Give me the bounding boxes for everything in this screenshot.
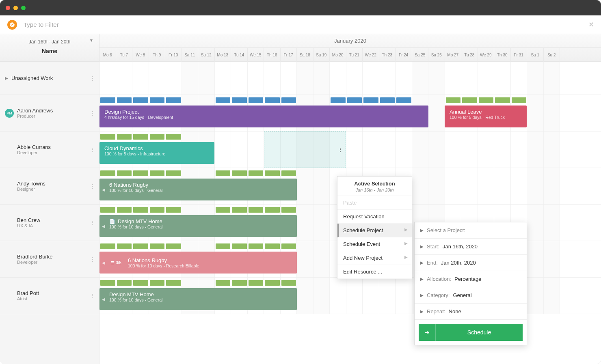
task-bar-design-project[interactable]: Design Project 4 hrs/day for 15 days - D… <box>99 106 428 127</box>
caret-icon: ▶ <box>420 293 424 297</box>
day-header-cell: Fr 10 <box>165 48 182 62</box>
task-bar-cloud-dynamics[interactable]: Cloud Dynamics 100 % for 5 days - Infras… <box>99 142 214 164</box>
close-button[interactable] <box>6 6 10 10</box>
bar-title: Design MTV Home <box>109 291 292 297</box>
checklist-pill: ☰ 0/5 <box>109 260 123 265</box>
day-header-cell: Mo 6 <box>99 48 116 62</box>
bar-subtitle: 100 % for 10 days - Research Billable <box>128 263 199 268</box>
pill-text: 0/5 <box>116 261 121 265</box>
ctx-paste[interactable]: Paste <box>337 196 412 210</box>
ctx-schedule-project[interactable]: Schedule Project▶ <box>337 224 412 237</box>
row-menu-icon[interactable]: ⋮ <box>90 75 95 82</box>
sp-category[interactable]: ▶Category:General <box>415 287 527 304</box>
selection-box[interactable]: ⋮ <box>264 131 346 168</box>
close-filter-icon[interactable]: × <box>589 20 594 29</box>
task-bar-annual-leave[interactable]: Annual Leave 100 % for 5 days - Red Truc… <box>445 106 527 127</box>
resource-role: Developer <box>17 150 51 155</box>
filter-input[interactable] <box>24 21 582 28</box>
more-icon[interactable]: ⋮ <box>337 146 343 153</box>
avatar-badge: PM <box>5 109 14 118</box>
sp-label: Repeat: <box>427 308 445 314</box>
resource-role: Designer <box>17 187 45 192</box>
availability-strip <box>99 134 601 140</box>
row-menu-icon[interactable]: ⋮ <box>90 146 95 153</box>
ctx-subtitle-text: Jan 16th - Jan 20th <box>342 187 407 192</box>
ctx-edit-resource[interactable]: Edit Resource ... <box>337 265 412 279</box>
row-menu-icon[interactable]: ⋮ <box>90 220 95 226</box>
row-menu-icon[interactable]: ⋮ <box>90 110 95 116</box>
sp-label: Select a Project: <box>427 227 465 233</box>
day-header-cell: Tu 14 <box>231 48 248 62</box>
bar-title: 6 Nations Rugby <box>109 182 292 188</box>
task-bar-6nations[interactable]: ◀ 6 Nations Rugby 100 % for 10 days - Ge… <box>99 179 297 200</box>
resource-name: Brad Pott <box>17 290 39 296</box>
timeline-row-unassigned[interactable] <box>99 62 601 95</box>
bar-start-caret-icon: ◀ <box>102 297 105 302</box>
day-header-cell: Sa 11 <box>182 48 199 62</box>
sp-end[interactable]: ▶End:Jan 20th, 2020 <box>415 255 527 271</box>
day-header-cell: Su 12 <box>198 48 215 62</box>
minimize-button[interactable] <box>13 6 18 10</box>
caret-icon: ▶ <box>420 228 424 233</box>
resource-abbie[interactable]: Abbie Currans Developer ⋮ <box>0 131 99 168</box>
resource-aaron[interactable]: PM Aaron Andrews Producer ⋮ <box>0 95 99 131</box>
task-bar-mtv-home-2[interactable]: ◀ Design MTV Home 100 % for 10 days - Ge… <box>99 288 297 310</box>
day-header-cell: Fr 24 <box>396 48 412 62</box>
sp-start[interactable]: ▶Start:Jan 16th, 2020 <box>415 239 527 255</box>
resource-brad[interactable]: Brad Pott Atrist ⋮ <box>0 278 99 314</box>
left-header: Jan 16th - Jan 20th ▼ Name <box>0 34 99 62</box>
day-header-cell: Mo 20 <box>330 48 346 62</box>
ctx-item-label: Schedule Project <box>343 227 383 233</box>
day-header-cell: Th 16 <box>264 48 281 62</box>
sp-allocation[interactable]: ▶Allocation:Percentage <box>415 271 527 287</box>
day-header-cell: Tu 7 <box>116 48 133 62</box>
timeline-row-aaron[interactable]: Design Project 4 hrs/day for 15 days - D… <box>99 95 601 131</box>
bar-subtitle: 100 % for 10 days - General <box>109 188 292 193</box>
bar-subtitle: 4 hrs/day for 15 days - Development <box>104 115 424 120</box>
ctx-schedule-event[interactable]: Schedule Event▶ <box>337 237 412 251</box>
schedule-side-panel: ▶Select a Project: ▶Start:Jan 16th, 2020… <box>414 222 527 345</box>
row-menu-icon[interactable]: ⋮ <box>90 183 95 190</box>
sp-repeat[interactable]: ▶Repeat:None <box>415 304 527 320</box>
day-header-cell: Sa 25 <box>412 48 429 62</box>
schedule-button[interactable]: ➔ Schedule <box>419 324 523 341</box>
ctx-request-vacation[interactable]: Request Vacation <box>337 210 412 224</box>
bar-start-caret-icon: ◀ <box>102 261 105 265</box>
name-column-header: Name <box>5 45 94 54</box>
maximize-button[interactable] <box>21 6 26 10</box>
sp-value: General <box>453 292 471 298</box>
month-label: January 2020 <box>99 34 601 48</box>
resource-ben[interactable]: Ben Crew UX & IA ⋮ <box>0 205 99 241</box>
day-header-cell: We 15 <box>248 48 264 62</box>
arrow-icon: ➔ <box>419 324 436 341</box>
app-window: × Jan 16th - Jan 20th ▼ Name ▶ Unassigne… <box>0 0 601 364</box>
resource-name: Aaron Andrews <box>17 108 53 114</box>
expand-icon[interactable]: ▶ <box>5 76 8 80</box>
resource-panel: Jan 16th - Jan 20th ▼ Name ▶ Unassigned … <box>0 34 99 364</box>
bar-subtitle: 100 % for 10 days - General <box>109 297 292 302</box>
ctx-add-new-project[interactable]: Add New Project▶ <box>337 251 412 265</box>
submenu-arrow-icon: ▶ <box>404 255 408 259</box>
caret-icon: ▶ <box>420 309 424 314</box>
sp-value: Percentage <box>454 276 482 282</box>
day-header-cell: Tu 28 <box>461 48 478 62</box>
day-header-cell: Su 19 <box>313 48 330 62</box>
bar-subtitle: 100 % for 10 days - General <box>109 224 292 229</box>
sp-select-project[interactable]: ▶Select a Project: <box>415 222 527 239</box>
resource-name: Abbie Currans <box>17 144 51 150</box>
resource-andy[interactable]: Andy Towns Designer ⋮ <box>0 168 99 205</box>
availability-strip <box>99 97 601 103</box>
sp-value: None <box>449 308 461 314</box>
task-bar-mtv-home[interactable]: ◀ 📄 Design MTV Home 100 % for 10 days - … <box>99 215 297 237</box>
resource-bradford[interactable]: Bradford Burke Developer ⋮ <box>0 241 99 278</box>
unassigned-row[interactable]: ▶ Unassigned Work ⋮ <box>0 62 99 95</box>
caret-icon: ▶ <box>420 261 424 265</box>
sp-label: Start: <box>427 243 439 250</box>
timeline-row-abbie[interactable]: Cloud Dynamics 100 % for 5 days - Infras… <box>99 131 601 168</box>
row-menu-icon[interactable]: ⋮ <box>90 256 95 263</box>
titlebar <box>0 0 601 15</box>
row-menu-icon[interactable]: ⋮ <box>90 293 95 299</box>
task-bar-6nations-research[interactable]: ◀ ☰ 0/5 6 Nations Rugby 100 % for 10 day… <box>99 252 297 274</box>
day-header-cell: Th 30 <box>494 48 511 62</box>
date-dropdown-icon[interactable]: ▼ <box>89 38 93 43</box>
